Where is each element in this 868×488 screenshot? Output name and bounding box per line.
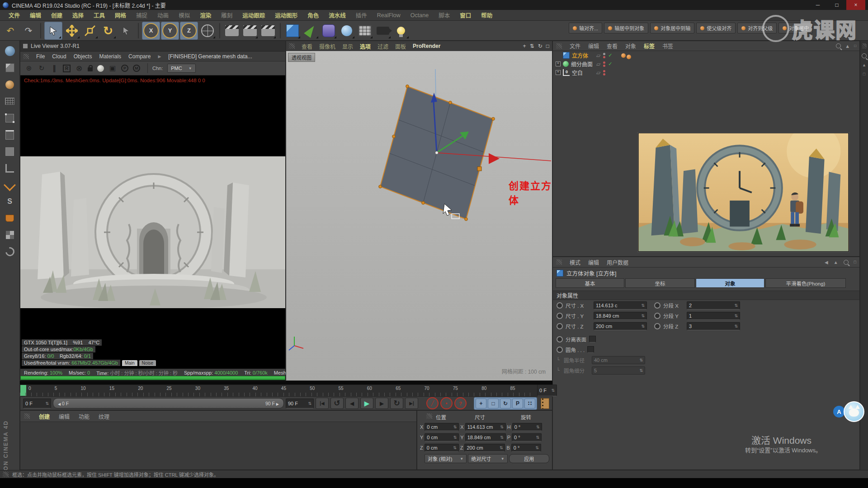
vp-menu-options[interactable]: 选项: [360, 42, 371, 50]
record-rotation-toggle[interactable]: ↻: [500, 399, 511, 408]
om-menu-view[interactable]: 查看: [607, 42, 618, 50]
spinner-icon[interactable]: ⇅: [641, 314, 645, 318]
record-scale-toggle[interactable]: □: [488, 399, 499, 408]
keyframe-dot-icon[interactable]: [557, 323, 563, 329]
record-pla-toggle[interactable]: ∷: [524, 399, 535, 408]
menu-edit[interactable]: 编辑: [25, 11, 46, 19]
align-to-parent-button[interactable]: 对齐到父级: [737, 23, 777, 33]
viewport-dolly-icon[interactable]: ⇅: [530, 43, 534, 49]
size-z-input[interactable]: 200 cm⇅: [594, 322, 647, 330]
fillet-checkbox[interactable]: [587, 346, 594, 353]
minimize-button[interactable]: ─: [808, 0, 827, 10]
menu-mesh[interactable]: 网格: [110, 11, 131, 19]
menu-tools[interactable]: 工具: [89, 11, 110, 19]
dock-icon[interactable]: ▲: [862, 63, 866, 67]
lv-menu-cloud[interactable]: Cloud: [52, 53, 66, 60]
am-menu-edit[interactable]: 编辑: [588, 258, 599, 266]
mat-menu-texture[interactable]: 纹理: [99, 413, 109, 420]
vp-menu-filter[interactable]: 过滤: [377, 42, 388, 50]
vp-menu-prorender[interactable]: ProRender: [413, 43, 440, 49]
menu-render[interactable]: 渲染: [195, 11, 216, 19]
region-render-icon[interactable]: R: [63, 65, 71, 72]
lv-menu-materials[interactable]: Materials: [99, 53, 121, 60]
viewport-pan-icon[interactable]: +: [523, 43, 526, 49]
kinematics-button[interactable]: [3, 245, 17, 258]
spinner-icon[interactable]: ⇅: [734, 303, 738, 308]
lock-x-axis-button[interactable]: X: [142, 22, 160, 40]
expander-icon[interactable]: +: [556, 70, 561, 75]
close-button[interactable]: ×: [846, 0, 865, 10]
om-menu-bookmarks[interactable]: 书签: [662, 42, 673, 50]
expander-icon[interactable]: +: [556, 61, 561, 66]
assistant-avatar[interactable]: [844, 401, 864, 422]
keyframe-dot-icon[interactable]: [654, 313, 660, 319]
lock-z-axis-button[interactable]: Z: [180, 22, 198, 40]
segments-z-input[interactable]: 3⇅: [687, 322, 740, 330]
menu-script[interactable]: 脚本: [434, 11, 455, 19]
menu-window[interactable]: 窗口: [455, 11, 476, 19]
rotate-tool[interactable]: ↻: [99, 22, 117, 39]
layer-icon[interactable]: ▱: [596, 52, 600, 59]
drag-handle[interactable]: [23, 54, 29, 59]
vp-menu-camera[interactable]: 摄像机: [319, 42, 335, 50]
menu-sculpt[interactable]: 雕刻: [216, 11, 237, 19]
lv-menu-objects[interactable]: Objects: [74, 53, 92, 60]
menu-character[interactable]: 角色: [302, 11, 324, 19]
lv-menu-compare[interactable]: Compare: [128, 53, 151, 60]
rot-p-input[interactable]: 0 °⇅: [512, 433, 542, 441]
menu-plugins[interactable]: 插件: [351, 11, 372, 19]
axis-center-to-object-button[interactable]: 轴居中到对象: [604, 23, 648, 33]
menu-overflow-arrow-icon[interactable]: ▶: [158, 54, 161, 59]
tab-main[interactable]: Main: [122, 360, 137, 366]
align-parent-button[interactable]: 使父级对齐: [696, 23, 736, 33]
drag-handle[interactable]: [426, 413, 432, 419]
keyframe-dot-icon[interactable]: [557, 313, 563, 319]
keyframe-dot-icon[interactable]: [654, 323, 660, 329]
make-editable-button[interactable]: [3, 44, 17, 58]
menu-motion-tracker[interactable]: 运动跟踪: [237, 11, 270, 19]
render-settings-button[interactable]: [259, 22, 277, 39]
spinner-icon[interactable]: ⇅: [734, 314, 738, 318]
polygons-mode-button[interactable]: [3, 145, 17, 158]
next-frame-button[interactable]: ▶: [375, 398, 388, 409]
size-y-input[interactable]: 18.849 cm⇅: [465, 433, 506, 441]
tab-coordinates[interactable]: 坐标: [625, 278, 695, 288]
render-picture-viewer-button[interactable]: [241, 22, 259, 39]
drag-handle[interactable]: [289, 43, 295, 49]
enabled-checkmark-icon[interactable]: ✓: [608, 52, 612, 58]
tab-noise[interactable]: Noise: [139, 360, 156, 366]
camera-button[interactable]: [374, 22, 392, 39]
menu-simulate[interactable]: 模拟: [174, 11, 195, 19]
subdivision-surface-button[interactable]: [320, 22, 337, 39]
spinner-icon[interactable]: ⇅: [641, 324, 645, 328]
lock-y-axis-button[interactable]: Y: [161, 22, 179, 40]
autokey-button[interactable]: ●: [440, 397, 453, 409]
paint-setup-button[interactable]: [3, 211, 17, 225]
tab-phong[interactable]: 平滑着色(Phong): [765, 278, 846, 288]
pick-material-icon[interactable]: P: [121, 65, 128, 72]
axis-align-button[interactable]: 轴对齐...: [569, 23, 602, 33]
live-viewer-titlebar[interactable]: Live Viewer 3.07-R1: [20, 41, 285, 52]
keyframe-presets-icon[interactable]: [541, 398, 549, 409]
maximize-button[interactable]: □: [827, 0, 846, 10]
size-z-input[interactable]: 200 cm⇅: [464, 444, 505, 452]
edges-mode-button[interactable]: [3, 128, 17, 141]
size-y-input[interactable]: 18.849 cm⇅: [594, 312, 647, 320]
am-menu-mode[interactable]: 模式: [570, 258, 580, 266]
pos-z-input[interactable]: 0 cm⇅: [425, 444, 459, 452]
menu-help[interactable]: 帮助: [476, 11, 497, 19]
restart-render-icon[interactable]: ↻: [38, 64, 46, 72]
vp-menu-panel[interactable]: 面板: [395, 42, 406, 50]
menu-select[interactable]: 选择: [67, 11, 89, 19]
search-icon[interactable]: [844, 260, 849, 265]
axis-mode-button[interactable]: [3, 178, 17, 192]
pos-y-input[interactable]: 0 cm⇅: [425, 433, 459, 441]
lock-resolution-icon[interactable]: [88, 67, 93, 71]
play-button[interactable]: ▶: [360, 398, 373, 409]
spinner-icon[interactable]: ⇅: [734, 324, 738, 328]
menu-octane[interactable]: Octane: [406, 12, 434, 19]
drag-handle[interactable]: [556, 259, 562, 265]
channel-select[interactable]: PMC▼: [167, 64, 195, 73]
aperture-icon[interactable]: ⊛: [25, 64, 33, 72]
goto-prev-key-button[interactable]: ↺: [330, 398, 344, 409]
